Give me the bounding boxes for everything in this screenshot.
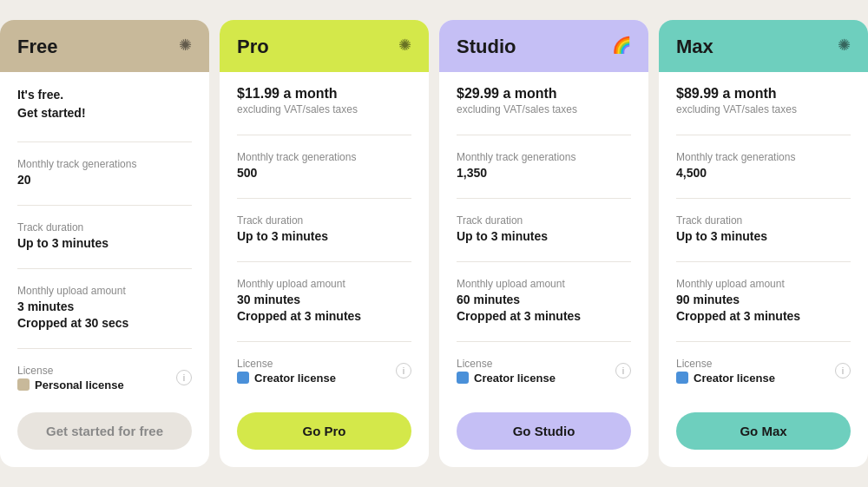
upload-label: Monthly upload amount <box>17 285 192 297</box>
price-block: $29.99 a month excluding VAT/sales taxes <box>457 86 631 115</box>
divider <box>237 135 411 135</box>
duration-row: Track duration Up to 3 minutes <box>237 207 411 253</box>
license-row: License Personal license i <box>17 358 192 398</box>
license-value: Creator license <box>237 372 336 385</box>
upload-value: 60 minutesCropped at 3 minutes <box>457 292 631 326</box>
divider <box>457 341 631 342</box>
cta-button-pro[interactable]: Go Pro <box>237 412 411 450</box>
upload-row: Monthly upload amount 60 minutesCropped … <box>457 271 631 332</box>
upload-row: Monthly upload amount 3 minutesCropped a… <box>17 278 192 339</box>
duration-row: Track duration Up to 3 minutes <box>17 214 192 260</box>
plan-body-studio: $29.99 a month excluding VAT/sales taxes… <box>439 72 648 466</box>
divider <box>17 268 192 269</box>
plan-name-pro: Pro <box>237 36 269 58</box>
license-label: License <box>457 358 556 370</box>
cta-button-max[interactable]: Go Max <box>676 412 851 450</box>
upload-label: Monthly upload amount <box>457 278 631 290</box>
generations-value: 20 <box>17 172 192 189</box>
plan-header-max: Max ✺ <box>659 20 868 72</box>
generations-row: Monthly track generations 500 <box>237 144 411 189</box>
plan-body-pro: $11.99 a month excluding VAT/sales taxes… <box>220 72 429 466</box>
generations-value: 1,350 <box>457 165 631 182</box>
plan-body-free: It's free.Get started! Monthly track gen… <box>0 72 209 466</box>
generations-value: 500 <box>237 165 411 182</box>
duration-value: Up to 3 minutes <box>237 228 411 246</box>
plan-name-free: Free <box>17 36 57 58</box>
duration-label: Track duration <box>676 214 851 227</box>
license-info-icon[interactable]: i <box>176 370 192 385</box>
pricing-grid: Free ✺ It's free.Get started! Monthly tr… <box>0 20 868 466</box>
duration-value: Up to 3 minutes <box>457 228 631 246</box>
generations-label: Monthly track generations <box>676 151 851 163</box>
license-info-icon[interactable]: i <box>396 363 411 378</box>
license-icon <box>457 372 469 384</box>
license-value: Creator license <box>457 372 556 385</box>
license-row: License Creator license i <box>237 351 411 392</box>
plan-card-free: Free ✺ It's free.Get started! Monthly tr… <box>0 20 209 466</box>
upload-value: 90 minutesCropped at 3 minutes <box>676 292 851 326</box>
license-value: Personal license <box>17 378 124 392</box>
divider <box>237 341 411 342</box>
plan-name-studio: Studio <box>457 36 516 58</box>
price-note: excluding VAT/sales taxes <box>676 103 851 115</box>
divider <box>676 261 851 262</box>
price-main: $29.99 a month <box>457 86 631 102</box>
duration-row: Track duration Up to 3 minutes <box>676 207 851 253</box>
divider <box>676 341 851 342</box>
price-note: excluding VAT/sales taxes <box>457 103 631 115</box>
plan-card-pro: Pro ✺ $11.99 a month excluding VAT/sales… <box>220 20 429 466</box>
header-icon: ✺ <box>838 36 851 55</box>
plan-card-studio: Studio 🌈 $29.99 a month excluding VAT/sa… <box>439 20 648 466</box>
divider <box>17 141 192 142</box>
generations-label: Monthly track generations <box>457 151 631 163</box>
plan-header-pro: Pro ✺ <box>220 20 429 72</box>
license-icon <box>237 372 249 384</box>
plan-body-max: $89.99 a month excluding VAT/sales taxes… <box>659 72 868 466</box>
plan-header-free: Free ✺ <box>0 20 209 72</box>
upload-value: 30 minutesCropped at 3 minutes <box>237 292 411 326</box>
license-row: License Creator license i <box>676 351 851 392</box>
plan-tagline: It's free.Get started! <box>17 86 192 122</box>
generations-value: 4,500 <box>676 165 851 182</box>
duration-label: Track duration <box>457 214 631 227</box>
duration-label: Track duration <box>237 214 411 227</box>
price-main: $11.99 a month <box>237 86 411 102</box>
duration-value: Up to 3 minutes <box>17 235 192 253</box>
license-info-icon[interactable]: i <box>615 363 631 378</box>
license-icon <box>676 372 688 384</box>
price-main: $89.99 a month <box>676 86 851 102</box>
duration-value: Up to 3 minutes <box>676 228 851 246</box>
cta-button-studio[interactable]: Go Studio <box>457 412 631 450</box>
license-label: License <box>676 358 775 370</box>
license-value: Creator license <box>676 372 775 385</box>
upload-label: Monthly upload amount <box>237 278 411 290</box>
header-icon: 🌈 <box>612 36 631 55</box>
generations-row: Monthly track generations 20 <box>17 151 192 196</box>
cta-button-free[interactable]: Get started for free <box>17 412 192 450</box>
plan-card-max: Max ✺ $89.99 a month excluding VAT/sales… <box>659 20 868 466</box>
license-label: License <box>17 365 124 377</box>
generations-row: Monthly track generations 4,500 <box>676 144 851 189</box>
license-row: License Creator license i <box>457 351 631 392</box>
upload-row: Monthly upload amount 90 minutesCropped … <box>676 271 851 332</box>
license-label: License <box>237 358 336 370</box>
upload-label: Monthly upload amount <box>676 278 851 290</box>
plan-header-studio: Studio 🌈 <box>439 20 648 72</box>
divider <box>676 135 851 135</box>
header-icon: ✺ <box>179 36 192 55</box>
duration-row: Track duration Up to 3 minutes <box>457 207 631 253</box>
divider <box>457 261 631 262</box>
plan-name-max: Max <box>676 36 713 58</box>
divider <box>457 198 631 199</box>
duration-label: Track duration <box>17 221 192 234</box>
generations-row: Monthly track generations 1,350 <box>457 144 631 189</box>
license-info-icon[interactable]: i <box>835 363 851 378</box>
price-note: excluding VAT/sales taxes <box>237 103 411 115</box>
divider <box>237 198 411 199</box>
generations-label: Monthly track generations <box>237 151 411 163</box>
upload-value: 3 minutesCropped at 30 secs <box>17 299 192 332</box>
header-icon: ✺ <box>398 36 411 55</box>
divider <box>237 261 411 262</box>
divider <box>676 198 851 199</box>
divider <box>457 135 631 135</box>
